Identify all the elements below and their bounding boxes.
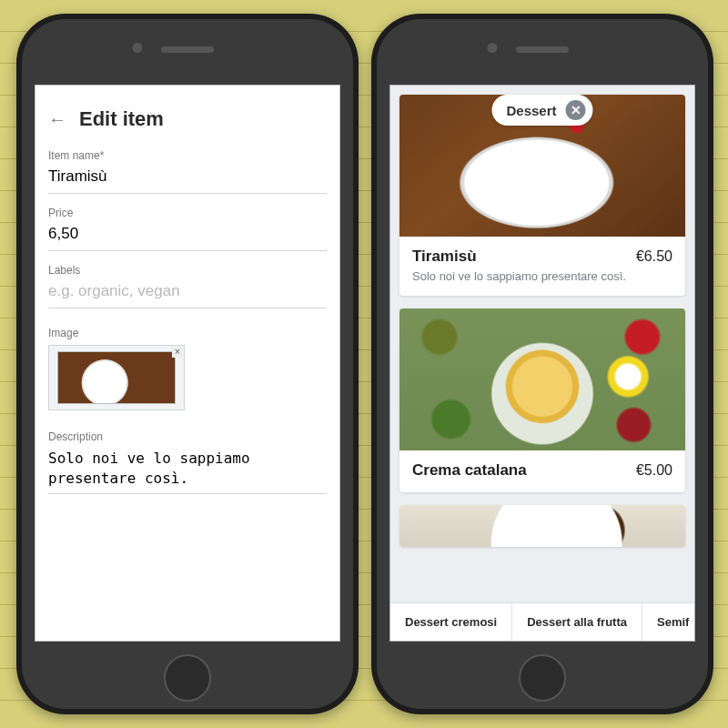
edit-screen: ← Edit item Item name* Price Labels Imag… xyxy=(35,85,340,642)
tab-semifreddi[interactable]: Semif xyxy=(642,603,695,641)
menu-card-title: Crema catalana xyxy=(412,461,527,480)
item-name-input[interactable] xyxy=(48,162,327,194)
menu-card-image xyxy=(399,308,685,450)
camera-dot xyxy=(133,43,143,53)
home-button[interactable] xyxy=(164,654,211,702)
menu-card-desc: Solo noi ve lo sappiamo presentare così. xyxy=(412,269,672,283)
menu-card-image xyxy=(399,505,685,547)
menu-card-partial[interactable] xyxy=(399,505,685,547)
item-name-label: Item name* xyxy=(48,149,327,162)
page-title: Edit item xyxy=(79,107,164,131)
back-arrow-icon[interactable]: ← xyxy=(48,109,66,130)
menu-card-price: €6.50 xyxy=(636,248,672,265)
category-chip[interactable]: Dessert ✕ xyxy=(491,95,592,126)
menu-card-title: Tiramisù xyxy=(412,248,477,266)
home-button[interactable] xyxy=(519,654,566,702)
phone-edit: ← Edit item Item name* Price Labels Imag… xyxy=(16,14,359,714)
speaker-slot xyxy=(161,46,214,53)
description-input[interactable] xyxy=(48,443,327,494)
tab-dessert-frutta[interactable]: Dessert alla frutta xyxy=(512,603,642,641)
description-label: Description xyxy=(48,430,327,443)
edit-header: ← Edit item xyxy=(48,107,327,131)
labels-label: Labels xyxy=(48,264,327,277)
menu-screen: Tiramisù €6.50 Solo noi ve lo sappiamo p… xyxy=(389,85,695,642)
image-label: Image xyxy=(48,327,327,339)
category-tabs: Dessert cremosi Dessert alla frutta Semi… xyxy=(390,602,694,641)
image-well[interactable]: × xyxy=(48,345,185,410)
menu-card[interactable]: Crema catalana €5.00 xyxy=(399,308,685,492)
chip-close-icon[interactable]: ✕ xyxy=(566,100,586,120)
menu-card-price: €5.00 xyxy=(636,462,672,479)
category-chip-label: Dessert xyxy=(506,103,556,118)
image-thumbnail xyxy=(57,351,176,404)
phone-list: Tiramisù €6.50 Solo noi ve lo sappiamo p… xyxy=(371,14,713,714)
price-label: Price xyxy=(48,207,327,219)
price-input[interactable] xyxy=(48,219,327,251)
tab-dessert-cremosi[interactable]: Dessert cremosi xyxy=(390,603,512,641)
speaker-slot xyxy=(516,46,569,53)
labels-input[interactable] xyxy=(48,277,327,308)
camera-dot xyxy=(488,43,498,53)
card-list[interactable]: Tiramisù €6.50 Solo noi ve lo sappiamo p… xyxy=(390,86,694,641)
image-remove-icon[interactable]: × xyxy=(172,347,183,358)
